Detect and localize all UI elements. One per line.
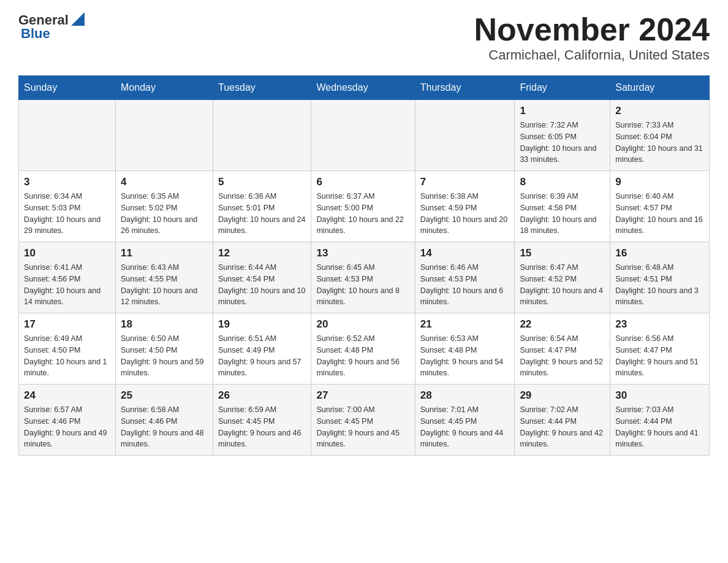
day-number: 24 <box>24 389 110 402</box>
calendar-cell: 4Sunrise: 6:35 AM Sunset: 5:02 PM Daylig… <box>116 171 213 242</box>
logo: General Blue <box>18 12 85 42</box>
day-info: Sunrise: 6:51 AM Sunset: 4:49 PM Dayligh… <box>218 333 306 379</box>
day-info: Sunrise: 7:02 AM Sunset: 4:44 PM Dayligh… <box>520 404 605 450</box>
column-header-wednesday: Wednesday <box>311 76 415 100</box>
day-info: Sunrise: 6:52 AM Sunset: 4:48 PM Dayligh… <box>316 333 409 379</box>
calendar-cell: 26Sunrise: 6:59 AM Sunset: 4:45 PM Dayli… <box>213 385 311 456</box>
day-info: Sunrise: 6:58 AM Sunset: 4:46 PM Dayligh… <box>121 404 208 450</box>
calendar-cell: 19Sunrise: 6:51 AM Sunset: 4:49 PM Dayli… <box>213 313 311 385</box>
day-number: 20 <box>316 318 409 331</box>
day-number: 14 <box>420 247 510 259</box>
column-header-friday: Friday <box>515 76 610 100</box>
day-number: 27 <box>316 389 409 402</box>
calendar-cell: 14Sunrise: 6:46 AM Sunset: 4:53 PM Dayli… <box>415 242 515 313</box>
calendar-cell: 12Sunrise: 6:44 AM Sunset: 4:54 PM Dayli… <box>213 242 311 313</box>
calendar-cell: 6Sunrise: 6:37 AM Sunset: 5:00 PM Daylig… <box>311 171 415 242</box>
day-info: Sunrise: 7:00 AM Sunset: 4:45 PM Dayligh… <box>316 404 409 450</box>
calendar-cell: 24Sunrise: 6:57 AM Sunset: 4:46 PM Dayli… <box>19 385 116 456</box>
day-info: Sunrise: 6:48 AM Sunset: 4:51 PM Dayligh… <box>615 262 704 308</box>
day-number: 15 <box>520 247 605 259</box>
day-number: 1 <box>520 105 605 117</box>
day-info: Sunrise: 7:32 AM Sunset: 6:05 PM Dayligh… <box>520 120 605 166</box>
calendar-cell: 3Sunrise: 6:34 AM Sunset: 5:03 PM Daylig… <box>19 171 116 242</box>
day-info: Sunrise: 6:35 AM Sunset: 5:02 PM Dayligh… <box>121 191 208 237</box>
column-header-monday: Monday <box>116 76 213 100</box>
day-number: 30 <box>615 389 704 402</box>
calendar-table: SundayMondayTuesdayWednesdayThursdayFrid… <box>18 75 710 456</box>
day-number: 21 <box>420 318 510 331</box>
calendar-cell: 27Sunrise: 7:00 AM Sunset: 4:45 PM Dayli… <box>311 385 415 456</box>
day-info: Sunrise: 7:33 AM Sunset: 6:04 PM Dayligh… <box>615 120 704 166</box>
calendar-cell: 10Sunrise: 6:41 AM Sunset: 4:56 PM Dayli… <box>19 242 116 313</box>
day-number: 18 <box>121 318 208 331</box>
column-header-sunday: Sunday <box>19 76 116 100</box>
calendar-cell: 25Sunrise: 6:58 AM Sunset: 4:46 PM Dayli… <box>116 385 213 456</box>
calendar-cell <box>116 100 213 171</box>
day-info: Sunrise: 6:36 AM Sunset: 5:01 PM Dayligh… <box>218 191 306 237</box>
calendar-cell: 30Sunrise: 7:03 AM Sunset: 4:44 PM Dayli… <box>610 385 710 456</box>
calendar-cell: 20Sunrise: 6:52 AM Sunset: 4:48 PM Dayli… <box>311 313 415 385</box>
calendar-cell: 11Sunrise: 6:43 AM Sunset: 4:55 PM Dayli… <box>116 242 213 313</box>
day-info: Sunrise: 6:54 AM Sunset: 4:47 PM Dayligh… <box>520 333 605 379</box>
day-info: Sunrise: 6:34 AM Sunset: 5:03 PM Dayligh… <box>24 191 110 237</box>
day-info: Sunrise: 6:53 AM Sunset: 4:48 PM Dayligh… <box>420 333 510 379</box>
calendar-week-row: 1Sunrise: 7:32 AM Sunset: 6:05 PM Daylig… <box>19 100 710 171</box>
column-header-saturday: Saturday <box>610 76 710 100</box>
calendar-cell: 2Sunrise: 7:33 AM Sunset: 6:04 PM Daylig… <box>610 100 710 171</box>
logo-triangle-icon <box>71 12 85 26</box>
header-area: General Blue November 2024 Carmichael, C… <box>18 12 710 63</box>
day-info: Sunrise: 6:40 AM Sunset: 4:57 PM Dayligh… <box>615 191 704 237</box>
day-number: 3 <box>24 176 110 188</box>
day-number: 19 <box>218 318 306 331</box>
day-number: 8 <box>520 176 605 188</box>
day-info: Sunrise: 6:46 AM Sunset: 4:53 PM Dayligh… <box>420 262 510 308</box>
calendar-week-row: 10Sunrise: 6:41 AM Sunset: 4:56 PM Dayli… <box>19 242 710 313</box>
day-info: Sunrise: 6:41 AM Sunset: 4:56 PM Dayligh… <box>24 262 110 308</box>
day-info: Sunrise: 6:44 AM Sunset: 4:54 PM Dayligh… <box>218 262 306 308</box>
logo-blue: Blue <box>21 26 50 42</box>
day-number: 11 <box>121 247 208 259</box>
day-info: Sunrise: 7:03 AM Sunset: 4:44 PM Dayligh… <box>615 404 704 450</box>
day-number: 12 <box>218 247 306 259</box>
day-number: 7 <box>420 176 510 188</box>
day-number: 5 <box>218 176 306 188</box>
calendar-cell: 23Sunrise: 6:56 AM Sunset: 4:47 PM Dayli… <box>610 313 710 385</box>
day-info: Sunrise: 6:49 AM Sunset: 4:50 PM Dayligh… <box>24 333 110 379</box>
calendar-cell: 15Sunrise: 6:47 AM Sunset: 4:52 PM Dayli… <box>515 242 610 313</box>
page-title: November 2024 <box>474 12 710 47</box>
day-number: 10 <box>24 247 110 259</box>
calendar-cell: 5Sunrise: 6:36 AM Sunset: 5:01 PM Daylig… <box>213 171 311 242</box>
day-number: 13 <box>316 247 409 259</box>
calendar-cell: 29Sunrise: 7:02 AM Sunset: 4:44 PM Dayli… <box>515 385 610 456</box>
day-info: Sunrise: 6:47 AM Sunset: 4:52 PM Dayligh… <box>520 262 605 308</box>
calendar-cell <box>311 100 415 171</box>
title-block: November 2024 Carmichael, California, Un… <box>474 12 710 63</box>
day-info: Sunrise: 6:59 AM Sunset: 4:45 PM Dayligh… <box>218 404 306 450</box>
calendar-week-row: 3Sunrise: 6:34 AM Sunset: 5:03 PM Daylig… <box>19 171 710 242</box>
day-info: Sunrise: 6:56 AM Sunset: 4:47 PM Dayligh… <box>615 333 704 379</box>
day-info: Sunrise: 6:57 AM Sunset: 4:46 PM Dayligh… <box>24 404 110 450</box>
calendar-week-row: 24Sunrise: 6:57 AM Sunset: 4:46 PM Dayli… <box>19 385 710 456</box>
day-number: 23 <box>615 318 704 331</box>
day-number: 2 <box>615 105 704 117</box>
calendar-cell <box>19 100 116 171</box>
day-number: 29 <box>520 389 605 402</box>
day-number: 22 <box>520 318 605 331</box>
day-number: 17 <box>24 318 110 331</box>
calendar-cell: 28Sunrise: 7:01 AM Sunset: 4:45 PM Dayli… <box>415 385 515 456</box>
calendar-cell: 22Sunrise: 6:54 AM Sunset: 4:47 PM Dayli… <box>515 313 610 385</box>
calendar-week-row: 17Sunrise: 6:49 AM Sunset: 4:50 PM Dayli… <box>19 313 710 385</box>
calendar-header-row: SundayMondayTuesdayWednesdayThursdayFrid… <box>19 76 710 100</box>
day-info: Sunrise: 6:37 AM Sunset: 5:00 PM Dayligh… <box>316 191 409 237</box>
calendar-cell: 16Sunrise: 6:48 AM Sunset: 4:51 PM Dayli… <box>610 242 710 313</box>
day-info: Sunrise: 6:39 AM Sunset: 4:58 PM Dayligh… <box>520 191 605 237</box>
column-header-tuesday: Tuesday <box>213 76 311 100</box>
svg-marker-0 <box>71 12 85 26</box>
column-header-thursday: Thursday <box>415 76 515 100</box>
calendar-cell: 18Sunrise: 6:50 AM Sunset: 4:50 PM Dayli… <box>116 313 213 385</box>
calendar-cell: 7Sunrise: 6:38 AM Sunset: 4:59 PM Daylig… <box>415 171 515 242</box>
calendar-cell: 21Sunrise: 6:53 AM Sunset: 4:48 PM Dayli… <box>415 313 515 385</box>
page-subtitle: Carmichael, California, United States <box>474 47 710 63</box>
day-info: Sunrise: 6:43 AM Sunset: 4:55 PM Dayligh… <box>121 262 208 308</box>
calendar-cell <box>415 100 515 171</box>
